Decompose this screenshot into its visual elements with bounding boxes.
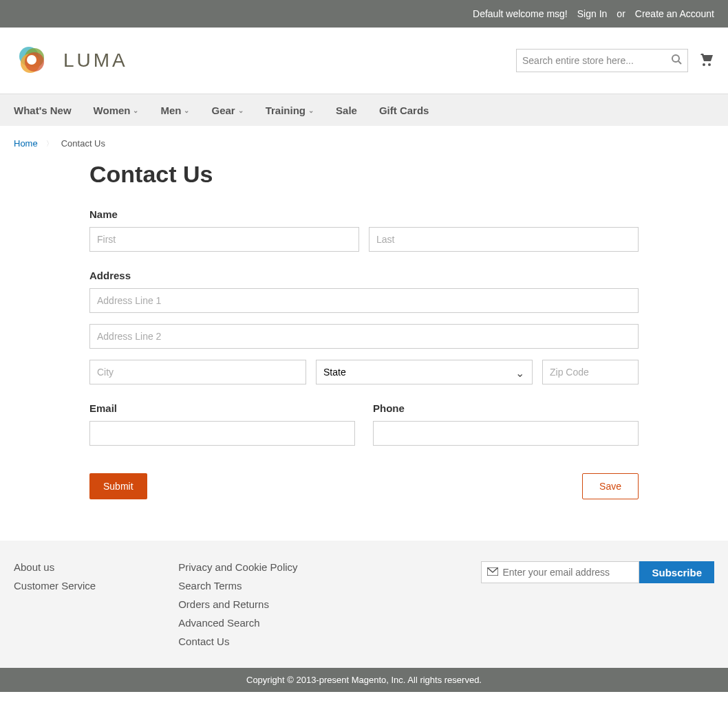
copyright: Copyright © 2013-present Magento, Inc. A… xyxy=(0,668,728,692)
footer-link-orders-returns[interactable]: Orders and Returns xyxy=(178,598,297,610)
email-phone-row: Email Phone xyxy=(89,402,639,446)
chevron-down-icon: ⌄ xyxy=(133,107,138,114)
email-label: Email xyxy=(89,402,355,414)
phone-label: Phone xyxy=(373,402,639,414)
address-group: Address State ⌄ xyxy=(89,270,639,384)
nav-men[interactable]: Men⌄ xyxy=(160,105,189,116)
footer-col-2: Privacy and Cookie Policy Search Terms O… xyxy=(178,561,297,647)
nav-whats-new[interactable]: What's New xyxy=(14,105,72,116)
mail-icon xyxy=(487,566,498,578)
footer-link-contact[interactable]: Contact Us xyxy=(178,636,297,647)
state-select[interactable]: State xyxy=(316,360,533,384)
nav-training[interactable]: Training⌄ xyxy=(266,105,314,116)
email-input[interactable] xyxy=(89,421,355,446)
footer-link-customer-service[interactable]: Customer Service xyxy=(14,580,96,592)
save-button[interactable]: Save xyxy=(582,473,639,499)
logo-icon xyxy=(14,41,50,80)
name-group: Name xyxy=(89,208,639,252)
chevron-down-icon: ⌄ xyxy=(308,107,314,114)
breadcrumb-current: Contact Us xyxy=(61,138,105,149)
last-name-input[interactable] xyxy=(369,227,639,252)
welcome-msg: Default welcome msg! xyxy=(473,8,568,19)
zip-input[interactable] xyxy=(542,360,639,384)
address-line1-input[interactable] xyxy=(89,288,639,313)
address-line2-input[interactable] xyxy=(89,324,639,349)
header: LUMA xyxy=(0,28,728,94)
main-nav: What's New Women⌄ Men⌄ Gear⌄ Training⌄ S… xyxy=(0,94,728,126)
svg-line-6 xyxy=(678,61,681,64)
footer-link-advanced-search[interactable]: Advanced Search xyxy=(178,617,297,629)
search-icon[interactable] xyxy=(671,54,682,67)
page-title: Contact Us xyxy=(89,161,639,188)
footer-link-about[interactable]: About us xyxy=(14,561,96,573)
submit-button[interactable]: Submit xyxy=(89,473,147,499)
logo[interactable]: LUMA xyxy=(14,41,128,80)
search-box[interactable] xyxy=(516,49,688,72)
chevron-down-icon: ⌄ xyxy=(238,107,244,114)
breadcrumb-home[interactable]: Home xyxy=(14,138,38,149)
address-label: Address xyxy=(89,270,639,281)
first-name-input[interactable] xyxy=(89,227,359,252)
newsletter: Subscribe xyxy=(481,561,714,647)
create-account-link[interactable]: Create an Account xyxy=(635,8,714,19)
nav-sale[interactable]: Sale xyxy=(336,105,357,116)
top-bar: Default welcome msg! Sign In or Create a… xyxy=(0,0,728,28)
or-text: or xyxy=(617,8,625,19)
nav-gift-cards[interactable]: Gift Cards xyxy=(379,105,429,116)
city-input[interactable] xyxy=(89,360,306,384)
logo-text: LUMA xyxy=(63,50,128,72)
search-input[interactable] xyxy=(522,55,671,66)
form-actions: Submit Save xyxy=(89,473,639,499)
phone-input[interactable] xyxy=(373,421,639,446)
signin-link[interactable]: Sign In xyxy=(577,8,608,19)
footer-col-1: About us Customer Service xyxy=(14,561,96,647)
svg-point-5 xyxy=(672,55,679,62)
chevron-right-icon: 〉 xyxy=(46,139,53,149)
svg-point-4 xyxy=(27,55,36,65)
cart-icon[interactable] xyxy=(698,51,714,70)
main-content: Contact Us Name Address State ⌄ Email xyxy=(0,161,728,541)
footer-link-privacy[interactable]: Privacy and Cookie Policy xyxy=(178,561,297,573)
nav-women[interactable]: Women⌄ xyxy=(94,105,139,116)
footer-link-search-terms[interactable]: Search Terms xyxy=(178,580,297,592)
newsletter-input[interactable] xyxy=(502,567,636,578)
nav-gear[interactable]: Gear⌄ xyxy=(211,105,243,116)
subscribe-button[interactable]: Subscribe xyxy=(639,561,714,583)
breadcrumb: Home 〉 Contact Us xyxy=(0,126,728,161)
name-label: Name xyxy=(89,208,639,220)
footer: About us Customer Service Privacy and Co… xyxy=(0,541,728,668)
chevron-down-icon: ⌄ xyxy=(184,107,189,114)
